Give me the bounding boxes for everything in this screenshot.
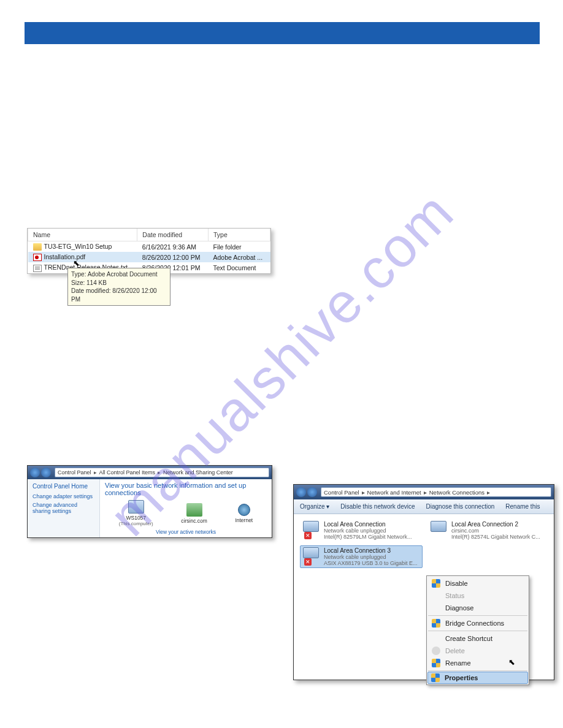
view-active-networks-link[interactable]: View your active networks [105,529,267,535]
control-panel-sidebar: Control Panel Home Change adapter settin… [28,479,100,537]
connection-item-selected[interactable]: ✕ Local Area Connection 3 Network cable … [300,545,423,568]
breadcrumb-item[interactable]: Network and Internet [367,489,421,496]
column-header-name[interactable]: Name [28,229,137,241]
ctx-label: Bridge Connections [445,620,504,627]
file-name: TU3-ETG_Win10 Setup [44,243,112,250]
connection-device: ASIX AX88179 USB 3.0 to Gigabit E... [324,560,418,566]
adapter-icon [431,521,446,532]
network-icon [186,503,202,517]
breadcrumb-item[interactable]: Network Connections [429,489,484,496]
diagnose-connection-button[interactable]: Diagnose this connection [426,503,495,510]
column-header-type[interactable]: Type [209,229,270,241]
network-main-pane: View your basic network information and … [100,479,272,537]
file-list-table: Name Date modified Type TU3-ETG_Win10 Se… [28,229,270,273]
network-sharing-center-screenshot: Control Panel▸ All Control Panel Items▸ … [27,465,272,538]
address-bar[interactable]: Control Panel▸ Network and Internet▸ Net… [321,487,551,497]
window-titlebar: Control Panel▸ All Control Panel Items▸ … [28,466,272,479]
shield-icon [432,659,440,667]
ctx-create-shortcut[interactable]: Create Shortcut [428,632,527,645]
cursor-icon: ⬉ [73,259,80,268]
file-tooltip: Type: Adobe Acrobat Document Size: 114 K… [67,268,170,306]
network-node-network: cirsinc.com [181,503,207,524]
file-type: Text Document [209,262,270,273]
file-type: Adobe Acrobat ... [209,252,270,262]
ctx-diagnose[interactable]: Diagnose [428,602,527,614]
forward-button[interactable] [307,487,317,497]
disable-device-button[interactable]: Disable this network device [340,503,415,510]
column-header-date[interactable]: Date modified [137,229,209,241]
ctx-label: Rename [445,659,471,667]
forward-button[interactable] [41,468,51,477]
node-label: Internet [235,517,253,523]
ctx-label: Diagnose [445,604,473,612]
ctx-disable[interactable]: Disable [428,577,527,590]
connection-item[interactable]: Local Area Connection 2 cirsinc.com Inte… [427,519,548,542]
tooltip-line: Size: 114 KB [71,279,167,287]
connection-device: Intel(R) 82574L Gigabit Network C... [451,534,540,540]
breadcrumb-item[interactable]: Control Panel [324,489,359,496]
blank-icon [432,591,440,600]
address-bar[interactable]: Control Panel▸ All Control Panel Items▸ … [55,468,269,477]
node-sublabel: (This computer) [119,521,153,526]
file-row[interactable]: Installation.pdf 8/26/2020 12:00 PM Adob… [28,252,270,262]
network-node-internet: Internet [235,504,253,523]
connection-status: Network cable unplugged [324,554,418,560]
ctx-label: Properties [445,674,478,681]
connection-status: cirsinc.com [451,528,540,534]
breadcrumb-item[interactable]: All Control Panel Items [99,469,156,476]
file-row[interactable]: TU3-ETG_Win10 Setup 6/16/2021 9:36 AM Fi… [28,241,270,252]
connection-name: Local Area Connection 2 [451,521,540,528]
unplugged-icon: ✕ [304,558,312,566]
node-label: WS1057 [119,515,153,521]
back-button[interactable] [30,468,40,477]
connection-item[interactable]: ✕ Local Area Connection Network cable un… [300,519,420,542]
file-date: 8/26/2020 12:00 PM [137,252,209,262]
file-explorer-screenshot: Name Date modified Type TU3-ETG_Win10 Se… [27,228,271,274]
connection-name: Local Area Connection 3 [324,547,418,554]
network-node-computer: WS1057 (This computer) [119,500,153,526]
ctx-label: Create Shortcut [445,635,492,642]
ctx-status: Status [428,590,527,602]
file-date: 6/16/2021 9:36 AM [137,241,209,252]
tooltip-line: Date modified: 8/26/2020 12:00 PM [71,287,167,303]
back-button[interactable] [296,487,306,497]
globe-icon [238,504,250,516]
connection-device: Intel(R) 82579LM Gigabit Network... [324,534,412,540]
ctx-label: Status [445,592,464,599]
page-header-bar [25,22,540,44]
blank-icon [432,634,440,643]
ctx-label: Disable [445,580,468,587]
adapter-icon [303,547,319,558]
change-advanced-sharing-link[interactable]: Change advanced sharing settings [33,502,94,514]
tooltip-line: Type: Adobe Acrobat Document [71,270,167,279]
breadcrumb-item[interactable]: Network and Sharing Center [163,469,233,476]
shield-icon [431,673,440,682]
rename-button[interactable]: Rename this [505,503,540,510]
text-file-icon [33,265,42,272]
blank-icon [432,604,440,612]
toolbar: Organize Disable this network device Dia… [294,499,554,514]
network-connections-screenshot: Control Panel▸ Network and Internet▸ Net… [293,484,554,680]
connection-name: Local Area Connection [324,521,412,528]
organize-menu[interactable]: Organize [300,503,329,510]
context-menu: Disable Status Diagnose Bridge Connectio… [426,575,529,685]
ctx-delete: Delete [428,645,527,657]
computer-icon [128,500,144,514]
pane-heading: View your basic network information and … [105,482,267,496]
shield-icon [432,579,440,588]
pdf-icon [33,254,42,261]
delete-icon [432,646,440,655]
shield-icon [432,619,440,628]
change-adapter-settings-link[interactable]: Change adapter settings [33,493,94,499]
ctx-properties[interactable]: Properties [427,672,528,684]
ctx-bridge[interactable]: Bridge Connections [428,617,527,629]
sidebar-header: Control Panel Home [33,483,94,490]
folder-icon [33,243,42,251]
adapter-icon [303,521,319,532]
ctx-label: Delete [445,647,465,654]
window-titlebar: Control Panel▸ Network and Internet▸ Net… [294,485,554,499]
cursor-icon: ⬉ [508,658,515,667]
breadcrumb-item[interactable]: Control Panel [58,469,91,476]
node-label: cirsinc.com [181,518,207,524]
connection-status: Network cable unplugged [324,528,412,534]
